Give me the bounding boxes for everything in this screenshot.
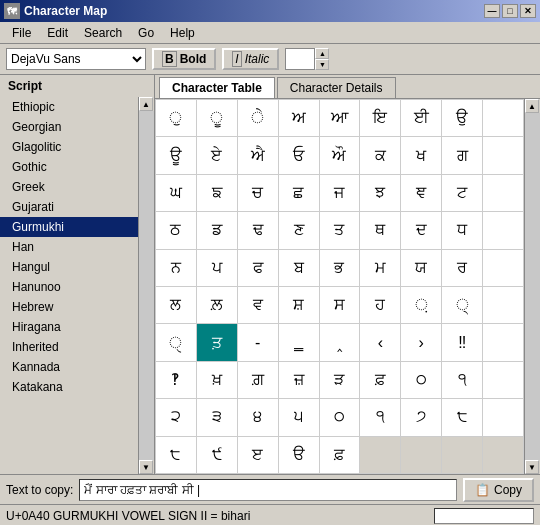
text-to-copy-input[interactable] [79, 479, 457, 501]
script-item-ethiopic[interactable]: Ethiopic [0, 97, 138, 117]
size-up-button[interactable]: ▲ [315, 48, 329, 59]
char-cell[interactable]: ਭ [320, 250, 361, 287]
char-cell[interactable]: ਊ [156, 137, 197, 174]
char-cell[interactable]: ਥ [360, 212, 401, 249]
font-selector[interactable]: DejaVu Sans [6, 48, 146, 70]
char-cell[interactable]: ਜ਼ [279, 362, 320, 399]
char-cell[interactable]: ੩ [197, 399, 238, 436]
script-item-gujarati[interactable]: Gujarati [0, 197, 138, 217]
char-cell[interactable]: ਪ [197, 250, 238, 287]
menu-go[interactable]: Go [130, 24, 162, 42]
char-cell[interactable]: ਲ [156, 287, 197, 324]
char-cell[interactable]: ਤ [320, 212, 361, 249]
char-cell[interactable]: ‽ [156, 362, 197, 399]
char-cell[interactable]: ਕ [360, 137, 401, 174]
script-item-hanunoo[interactable]: Hanunoo [0, 277, 138, 297]
char-cell[interactable]: ਘ [156, 175, 197, 212]
char-cell[interactable]: ੳ [279, 437, 320, 474]
char-cell[interactable]: ਫ [238, 250, 279, 287]
char-cell[interactable]: ‸ [320, 324, 361, 361]
char-cell[interactable]: ਔ [320, 137, 361, 174]
bold-button[interactable]: B Bold [152, 48, 216, 70]
menu-search[interactable]: Search [76, 24, 130, 42]
char-cell[interactable] [483, 175, 524, 212]
char-cell[interactable]: ਏ [197, 137, 238, 174]
script-item-gurmukhi[interactable]: Gurmukhi [0, 217, 138, 237]
char-cell[interactable] [483, 100, 524, 137]
script-item-hebrew[interactable]: Hebrew [0, 297, 138, 317]
char-cell[interactable]: ੍ [442, 287, 483, 324]
char-cell[interactable]: ੮ [156, 437, 197, 474]
script-item-han[interactable]: Han [0, 237, 138, 257]
script-scroll-up[interactable]: ▲ [139, 97, 153, 111]
char-cell[interactable]: ਅ [279, 100, 320, 137]
script-item-glagolitic[interactable]: Glagolitic [0, 137, 138, 157]
menu-help[interactable]: Help [162, 24, 203, 42]
char-cell[interactable]: ੁ [156, 100, 197, 137]
char-cell-selected[interactable]: ਤ਼ [197, 324, 238, 361]
char-cell[interactable] [483, 324, 524, 361]
script-item-inherited[interactable]: Inherited [0, 337, 138, 357]
char-cell[interactable]: ੇ [238, 100, 279, 137]
char-cell[interactable]: ੮ [442, 399, 483, 436]
char-cell[interactable]: ਨ [156, 250, 197, 287]
char-cell[interactable]: ੭ [401, 399, 442, 436]
char-cell[interactable]: ਞ [401, 175, 442, 212]
script-item-greek[interactable]: Greek [0, 177, 138, 197]
tab-character-table[interactable]: Character Table [159, 77, 275, 98]
char-cell[interactable]: ੪ [238, 399, 279, 436]
minimize-button[interactable]: — [484, 4, 500, 18]
char-cell[interactable]: ‗ [279, 324, 320, 361]
char-cell[interactable]: ਼ [401, 287, 442, 324]
char-cell[interactable]: ਯ [401, 250, 442, 287]
tab-character-details[interactable]: Character Details [277, 77, 396, 98]
char-cell[interactable]: ‑ [238, 324, 279, 361]
char-cell[interactable]: ਠ [156, 212, 197, 249]
script-scroll-track[interactable] [139, 111, 154, 460]
char-cell[interactable]: ਉ [442, 100, 483, 137]
char-cell[interactable]: ਇ [360, 100, 401, 137]
char-cell[interactable]: ‼ [442, 324, 483, 361]
char-cell[interactable]: ਲ਼ [197, 287, 238, 324]
char-cell[interactable]: ੑ [156, 324, 197, 361]
char-cell[interactable]: ਡ [197, 212, 238, 249]
script-item-kannada[interactable]: Kannada [0, 357, 138, 377]
char-cell[interactable]: ੦ [320, 399, 361, 436]
char-cell[interactable]: ਚ [238, 175, 279, 212]
char-cell[interactable] [483, 362, 524, 399]
char-cell[interactable]: ਝ [360, 175, 401, 212]
char-cell[interactable] [483, 250, 524, 287]
size-down-button[interactable]: ▼ [315, 59, 329, 70]
char-cell[interactable]: ਸ [320, 287, 361, 324]
char-cell[interactable]: ੲ [238, 437, 279, 474]
char-cell[interactable]: › [401, 324, 442, 361]
char-cell[interactable]: ਦ [401, 212, 442, 249]
char-cell[interactable]: ਗ਼ [238, 362, 279, 399]
char-cell[interactable]: ਸ਼ [279, 287, 320, 324]
char-cell[interactable] [483, 287, 524, 324]
char-cell[interactable]: ਖ [401, 137, 442, 174]
char-cell[interactable] [483, 399, 524, 436]
char-cell[interactable] [483, 137, 524, 174]
char-cell[interactable]: ਢ [238, 212, 279, 249]
script-item-katakana[interactable]: Katakana [0, 377, 138, 397]
script-item-gothic[interactable]: Gothic [0, 157, 138, 177]
char-cell[interactable]: ਬ [279, 250, 320, 287]
copy-button[interactable]: 📋 Copy [463, 478, 534, 502]
char-cell[interactable]: ਛ [279, 175, 320, 212]
maximize-button[interactable]: □ [502, 4, 518, 18]
size-input[interactable]: 13 [285, 48, 315, 70]
italic-button[interactable]: I Italic [222, 48, 279, 70]
menu-edit[interactable]: Edit [39, 24, 76, 42]
menu-file[interactable]: File [4, 24, 39, 42]
char-cell[interactable]: ਫ਼ [360, 362, 401, 399]
script-item-hangul[interactable]: Hangul [0, 257, 138, 277]
char-cell[interactable]: ਟ [442, 175, 483, 212]
char-cell[interactable] [483, 212, 524, 249]
char-cell[interactable]: ਣ [279, 212, 320, 249]
char-cell[interactable]: ਐ [238, 137, 279, 174]
char-cell[interactable]: ਙ [197, 175, 238, 212]
char-scroll-up[interactable]: ▲ [525, 99, 539, 113]
char-cell[interactable]: ੧ [360, 399, 401, 436]
char-cell[interactable]: ੯ [197, 437, 238, 474]
